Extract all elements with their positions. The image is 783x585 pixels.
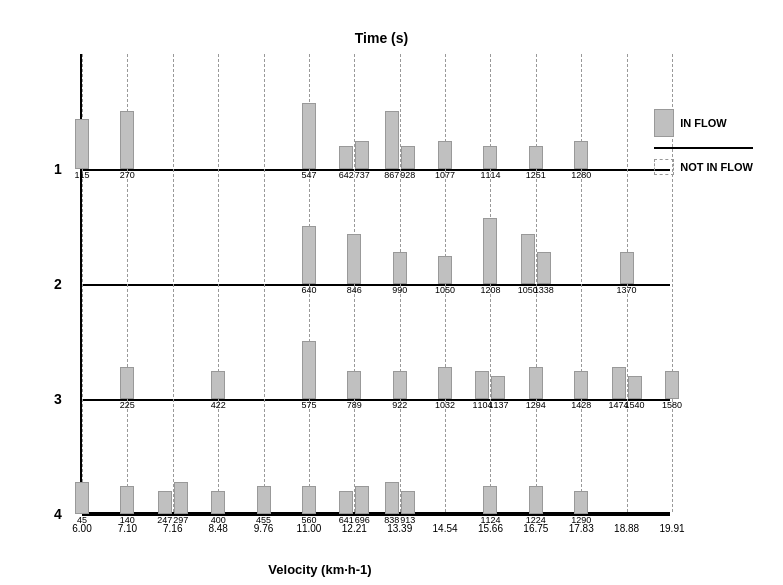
v-line-9.76	[264, 54, 265, 512]
bar-label-4-7.10-140: 140	[120, 515, 135, 525]
bar-label-4-15.66-1124: 1124	[480, 515, 500, 525]
row-label-4: 4	[54, 506, 62, 522]
chart-title: Time (s)	[110, 30, 653, 46]
bar-label-1-12.21-737: 737	[355, 170, 370, 180]
bar-1-11.00-547	[302, 103, 316, 169]
bar-4-9.76-455	[257, 486, 271, 514]
bar-label-1-16.75-1251: 1251	[526, 170, 546, 180]
bar-4-13.39-913	[401, 491, 415, 514]
v-label-14.54: 14.54	[433, 523, 458, 534]
bar-1-17.83-1280	[574, 141, 588, 169]
bar-1-13.39-928	[401, 146, 415, 169]
bar-label-1-14.54-1077: 1077	[435, 170, 455, 180]
bar-3-11.00-575	[302, 341, 316, 399]
bar-2-11.00-640	[302, 226, 316, 284]
bar-label-2-15.66-1208: 1208	[480, 285, 500, 295]
bar-2-14.54-1050	[438, 256, 452, 284]
bar-label-2-14.54-1050: 1050	[435, 285, 455, 295]
row-label-3: 3	[54, 391, 62, 407]
legend-in-flow-label: IN FLOW	[680, 117, 726, 129]
legend-in-flow: IN FLOW	[654, 109, 753, 137]
bar-4-15.66-1124	[483, 486, 497, 514]
bar-label-3-14.54-1032: 1032	[435, 400, 455, 410]
bar-4-11.00-560	[302, 486, 316, 514]
bar-4-7.10-140	[120, 486, 134, 514]
bar-2-13.39-990	[393, 252, 407, 284]
bar-3-8.48-422	[211, 371, 225, 399]
legend-not-in-flow: NOT IN FLOW	[654, 159, 753, 175]
bar-1-14.54-1077	[438, 141, 452, 169]
bar-3-12.21-789	[347, 371, 361, 399]
bar-label-4-12.21-696: 696	[355, 515, 370, 525]
bar-1-7.10-270	[120, 111, 134, 169]
bar-label-1-15.66-1114: 1114	[480, 170, 500, 180]
bar-label-3-16.75-1294: 1294	[526, 400, 546, 410]
bar-label-4-7.16-247: 247	[157, 515, 172, 525]
bar-label-1-7.10-270: 270	[120, 170, 135, 180]
bar-label-2-11.00-640: 640	[301, 285, 316, 295]
bar-label-1-13.39-867: 867	[384, 170, 399, 180]
bar-4-12.21-696	[355, 486, 369, 514]
bar-label-4-17.83-1290: 1290	[571, 515, 591, 525]
bar-label-2-13.39-990: 990	[392, 285, 407, 295]
bar-3-15.66-1104	[475, 371, 489, 399]
bar-3-7.10-225	[120, 367, 134, 399]
bar-label-1-12.21-642: 642	[339, 170, 354, 180]
bar-2-16.75-1338	[537, 252, 551, 284]
bar-label-1-13.39-928: 928	[400, 170, 415, 180]
bar-1-12.21-737	[355, 141, 369, 169]
bar-label-4-13.39-913: 913	[400, 515, 415, 525]
bar-1-15.66-1114	[483, 146, 497, 169]
bar-label-4-11.00-560: 560	[301, 515, 316, 525]
bar-label-4-7.16-297: 297	[173, 515, 188, 525]
bar-label-2-12.21-846: 846	[347, 285, 362, 295]
legend-bar-not-in-flow	[654, 159, 674, 175]
bar-label-1-11.00-547: 547	[301, 170, 316, 180]
bar-label-4-9.76-455: 455	[256, 515, 271, 525]
bar-4-16.75-1224	[529, 486, 543, 514]
bar-label-1-17.83-1280: 1280	[571, 170, 591, 180]
bar-label-4-16.75-1224: 1224	[526, 515, 546, 525]
v-label-18.88: 18.88	[614, 523, 639, 534]
v-label-19.91: 19.91	[659, 523, 684, 534]
bar-label-4-6.00-45: 45	[77, 515, 87, 525]
legend-bar-in-flow	[654, 109, 674, 137]
bar-label-3-15.66-1137: 1137	[488, 400, 508, 410]
bar-4-12.21-641	[339, 491, 353, 514]
bar-4-8.48-400	[211, 491, 225, 514]
legend: IN FLOW NOT IN FLOW	[654, 109, 753, 175]
bar-3-17.83-1428	[574, 371, 588, 399]
bar-label-3-8.48-422: 422	[211, 400, 226, 410]
bar-1-16.75-1251	[529, 146, 543, 169]
bar-label-2-16.75-1338: 1338	[534, 285, 554, 295]
v-line-7.16	[173, 54, 174, 512]
chart-container: Time (s) 12346.007.107.168.489.7611.0012…	[0, 0, 783, 585]
bar-label-3-18.88-1540: 1540	[625, 400, 645, 410]
bar-3-13.39-922	[393, 371, 407, 399]
bar-3-18.88-1540	[628, 376, 642, 399]
bar-3-15.66-1137	[491, 376, 505, 399]
bar-label-3-11.00-575: 575	[301, 400, 316, 410]
bar-label-3-19.91-1580: 1580	[662, 400, 682, 410]
bar-1-13.39-867	[385, 111, 399, 169]
bar-label-3-7.10-225: 225	[120, 400, 135, 410]
v-line-8.48	[218, 54, 219, 512]
bar-3-18.88-1474	[612, 367, 626, 399]
bar-2-15.66-1208	[483, 218, 497, 284]
bar-label-4-13.39-838: 838	[384, 515, 399, 525]
bar-2-16.75-1050	[521, 234, 535, 284]
x-axis-label: Velocity (km·h-1)	[268, 562, 371, 577]
v-line-17.83	[581, 54, 582, 512]
bar-3-16.75-1294	[529, 367, 543, 399]
bar-label-2-18.88-1370: 1370	[617, 285, 637, 295]
bar-3-14.54-1032	[438, 367, 452, 399]
bar-label-3-13.39-922: 922	[392, 400, 407, 410]
bar-4-17.83-1290	[574, 491, 588, 514]
bar-3-19.91-1580	[665, 371, 679, 399]
bar-label-4-12.21-641: 641	[339, 515, 354, 525]
legend-divider	[654, 147, 753, 149]
bar-1-6.00-115	[75, 119, 89, 169]
bar-label-1-6.00-115: 115	[74, 170, 89, 180]
bar-1-12.21-642	[339, 146, 353, 169]
bar-2-18.88-1370	[620, 252, 634, 284]
